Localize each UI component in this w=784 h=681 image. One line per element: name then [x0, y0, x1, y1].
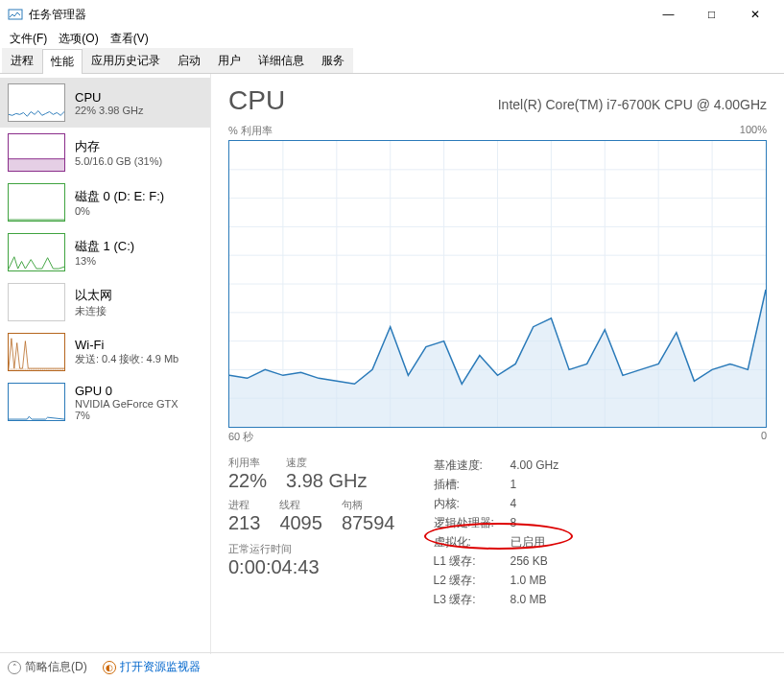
tab-processes[interactable]: 进程 — [2, 48, 42, 73]
menu-options[interactable]: 选项(O) — [53, 29, 104, 48]
menu-file[interactable]: 文件(F) — [4, 29, 53, 48]
cpu-thumb — [8, 83, 65, 122]
sidebar-item-label: GPU 0 — [75, 384, 178, 398]
tab-performance[interactable]: 性能 — [42, 49, 83, 74]
gpu-thumb — [8, 383, 65, 421]
l1-v: 256 KB — [511, 552, 548, 571]
detail-title: CPU — [228, 85, 285, 116]
thread-value: 4095 — [279, 512, 322, 534]
l2-k: L2 缓存: — [434, 571, 511, 590]
chart-y-label: % 利用率 — [228, 124, 273, 138]
window-title: 任务管理器 — [29, 7, 647, 23]
sidebar-item-label: CPU — [75, 90, 144, 105]
sockets-k: 插槽: — [434, 475, 511, 494]
sidebar-item-sub: 5.0/16.0 GB (31%) — [75, 155, 162, 167]
minimize-button[interactable]: — — [647, 0, 690, 29]
wifi-thumb — [8, 333, 65, 371]
sidebar-item-label: 磁盘 1 (C:) — [75, 238, 134, 255]
chart-x-right: 0 — [761, 430, 767, 444]
tab-services[interactable]: 服务 — [313, 48, 353, 73]
svg-rect-1 — [9, 159, 64, 171]
base-speed-v: 4.00 GHz — [511, 456, 559, 475]
virt-v: 已启用 — [511, 532, 545, 552]
close-button[interactable]: ✕ — [733, 0, 776, 29]
base-speed-k: 基准速度: — [434, 456, 511, 475]
chart-y-max: 100% — [740, 124, 767, 138]
util-value: 22% — [228, 470, 267, 492]
sidebar-item-sub: 13% — [75, 255, 134, 267]
menu-view[interactable]: 查看(V) — [105, 29, 154, 48]
speed-label: 速度 — [286, 456, 367, 470]
uptime-label: 正常运行时间 — [228, 542, 395, 556]
tab-details[interactable]: 详细信息 — [249, 48, 313, 73]
sockets-v: 1 — [511, 475, 517, 494]
disk1-thumb — [8, 233, 65, 271]
sidebar-item-disk1[interactable]: 磁盘 1 (C:) 13% — [0, 227, 210, 277]
sidebar-item-gpu[interactable]: GPU 0 NVIDIA GeForce GTX 7% — [0, 377, 210, 427]
sidebar-item-label: 以太网 — [75, 287, 112, 304]
tab-app-history[interactable]: 应用历史记录 — [83, 48, 169, 73]
speed-value: 3.98 GHz — [286, 470, 367, 492]
lproc-k: 逻辑处理器: — [434, 513, 511, 532]
uptime-value: 0:00:04:43 — [228, 556, 395, 578]
sidebar-item-label: Wi-Fi — [75, 338, 178, 352]
handle-label: 句柄 — [342, 498, 395, 512]
sidebar-item-sub: 发送: 0.4 接收: 4.9 Mb — [75, 352, 178, 366]
l2-v: 1.0 MB — [511, 571, 547, 590]
cores-v: 4 — [511, 494, 517, 513]
l1-k: L1 缓存: — [434, 552, 511, 571]
virt-k: 虚拟化: — [434, 532, 511, 552]
cores-k: 内核: — [434, 494, 511, 513]
chart-x-left: 60 秒 — [228, 430, 253, 444]
chevron-up-icon: ˄ — [8, 661, 21, 674]
sidebar-item-sub: 22% 3.98 GHz — [75, 105, 144, 116]
sidebar: CPU 22% 3.98 GHz 内存 5.0/16.0 GB (31%) 磁盘… — [0, 74, 211, 654]
ethernet-thumb — [8, 283, 65, 321]
fewer-details-button[interactable]: ˄ 简略信息(D) — [8, 659, 87, 675]
sidebar-item-wifi[interactable]: Wi-Fi 发送: 0.4 接收: 4.9 Mb — [0, 327, 210, 377]
sidebar-item-sub: 未连接 — [75, 304, 112, 318]
sidebar-item-disk0[interactable]: 磁盘 0 (D: E: F:) 0% — [0, 177, 210, 227]
sidebar-item-label: 内存 — [75, 138, 162, 155]
l3-v: 8.0 MB — [511, 590, 547, 609]
proc-label: 进程 — [228, 498, 260, 512]
lproc-v: 8 — [511, 513, 517, 532]
sidebar-item-memory[interactable]: 内存 5.0/16.0 GB (31%) — [0, 128, 210, 177]
disk0-thumb — [8, 183, 65, 222]
open-resmon-button[interactable]: ◐ 打开资源监视器 — [103, 659, 201, 675]
cpu-model: Intel(R) Core(TM) i7-6700K CPU @ 4.00GHz — [498, 97, 767, 112]
thread-label: 线程 — [279, 498, 322, 512]
maximize-button[interactable]: □ — [690, 0, 733, 29]
resmon-icon: ◐ — [103, 661, 116, 674]
sidebar-item-label: 磁盘 0 (D: E: F:) — [75, 188, 164, 205]
memory-thumb — [8, 133, 65, 172]
util-label: 利用率 — [228, 456, 267, 470]
proc-value: 213 — [228, 512, 260, 534]
sidebar-item-sub: NVIDIA GeForce GTX 7% — [75, 398, 178, 421]
handle-value: 87594 — [342, 512, 395, 534]
sidebar-item-sub: 0% — [75, 205, 164, 217]
app-icon — [8, 7, 23, 22]
sidebar-item-ethernet[interactable]: 以太网 未连接 — [0, 277, 210, 327]
tab-startup[interactable]: 启动 — [169, 48, 209, 73]
cpu-chart — [228, 140, 767, 428]
tab-users[interactable]: 用户 — [209, 48, 249, 73]
sidebar-item-cpu[interactable]: CPU 22% 3.98 GHz — [0, 78, 210, 128]
detail-pane: CPU Intel(R) Core(TM) i7-6700K CPU @ 4.0… — [211, 74, 784, 654]
l3-k: L3 缓存: — [434, 590, 511, 609]
